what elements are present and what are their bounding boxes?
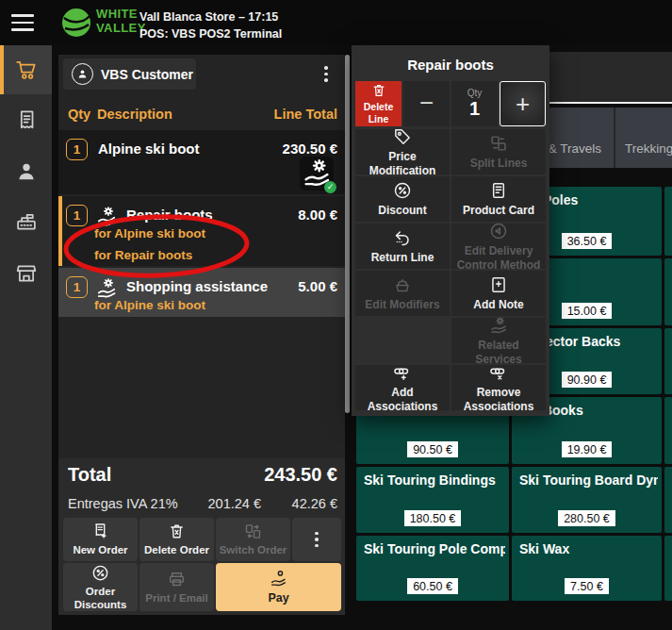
column-header-line-total: Line Total — [204, 107, 337, 122]
store-title: Vall Blanca Store – 17:15 — [139, 8, 282, 25]
product-price: 90.50 € — [356, 439, 509, 456]
order-line-1[interactable]: 1Alpine ski boot230.50 €✓ — [58, 130, 345, 194]
order-line-2[interactable]: 1Repair boots8.00 €for Alpine ski bootfo… — [58, 196, 345, 266]
switch-order-button[interactable]: Switch Order — [216, 518, 290, 561]
qty-increase-button[interactable]: + — [500, 81, 546, 126]
pos-terminal-label: POS: VBS POS2 Terminal — [139, 25, 282, 42]
product-name: Ski Wax — [519, 541, 658, 556]
related-service-chip[interactable]: ✓ — [300, 157, 334, 191]
sidebar-item-register[interactable] — [0, 198, 52, 247]
split-lines-icon — [488, 133, 509, 154]
discount-button[interactable]: Discount — [355, 176, 450, 222]
product-name: Ski Touring Bindings — [364, 472, 505, 488]
product-tile-ski-touring-board-dyn[interactable]: Ski Touring Board Dyn280.50 € — [512, 467, 662, 533]
sidebar-item-customer[interactable] — [0, 147, 52, 196]
product-tile-a[interactable]: A — [664, 187, 672, 256]
split-lines-button[interactable]: Split Lines — [451, 129, 546, 174]
product-tile-s[interactable]: S — [664, 397, 672, 464]
qty-value: 1 — [469, 98, 480, 120]
tax-label: Entregas IVA 21% — [68, 496, 178, 511]
cart-icon — [14, 58, 39, 82]
new-order-button[interactable]: New Order — [63, 518, 138, 561]
remove-associations-button[interactable]: Remove Associations — [451, 365, 546, 410]
store-info: Vall Blanca Store – 17:15 POS: VBS POS2 … — [139, 8, 282, 42]
product-tile-p[interactable]: P — [664, 258, 672, 325]
product-price: 280.50 € — [512, 508, 662, 525]
return-line-button[interactable]: Return Line — [355, 224, 450, 269]
line-total: 230.50 € — [283, 141, 337, 157]
add-link-icon — [392, 362, 413, 383]
tab-trekking[interactable]: Trekking & — [625, 141, 672, 156]
product-name: Ski Touring Pole Compact — [364, 541, 505, 556]
edit-delivery-control-method-button[interactable]: Edit Delivery Control Method — [451, 224, 546, 269]
sidebar-item-receipt[interactable] — [0, 96, 52, 145]
tax-amount-value: 42.26 € — [262, 496, 337, 511]
product-card-button[interactable]: Product Card — [451, 176, 546, 222]
action-label: Edit Delivery Control Method — [451, 244, 546, 272]
delete-line-button[interactable]: Delete Line — [355, 81, 402, 126]
product-price: 180.50 € — [356, 508, 509, 525]
modifiers-icon — [392, 274, 413, 295]
customer-button[interactable]: VBS Customer — [63, 58, 196, 90]
product-price: 19.90 € — [512, 439, 662, 456]
related-services-icon — [488, 315, 509, 336]
product-tile-ski-touring-pole-compact[interactable]: Ski Touring Pole Compact60.50 € — [356, 536, 509, 601]
product-tile-ski-wax[interactable]: Ski Wax7.50 € — [512, 536, 662, 601]
delete-line-label: Delete Line — [355, 101, 402, 124]
sidebar-item-store[interactable] — [0, 249, 52, 298]
line-total: 8.00 € — [298, 207, 337, 223]
total-value: 243.50 € — [204, 464, 337, 486]
add-note-button[interactable]: Add Note — [451, 271, 546, 316]
new-order-icon — [90, 522, 110, 541]
order-discounts-button[interactable]: Order Discounts — [63, 563, 138, 611]
product-card-icon — [488, 180, 509, 201]
product-tile-ski-touring-bindings[interactable]: Ski Touring Bindings180.50 € — [356, 467, 509, 533]
new-order-label: New Order — [73, 544, 127, 556]
pay-button[interactable]: Pay — [216, 563, 341, 611]
line-name: Alpine ski boot — [98, 141, 200, 157]
delete-order-button[interactable]: Delete Order — [139, 518, 214, 561]
order-actions-kebab-button[interactable] — [292, 518, 341, 561]
return-line-icon — [392, 227, 413, 248]
print-email-label: Print / Email — [145, 592, 207, 605]
action-label: Discount — [376, 204, 428, 217]
print-email-button[interactable]: Print / Email — [139, 563, 214, 611]
customer-button-label: VBS Customer — [101, 67, 193, 82]
kebab-icon — [315, 532, 319, 548]
related-services-button[interactable]: Related Services — [451, 318, 546, 363]
order-kebab-menu-icon[interactable] — [324, 66, 328, 82]
action-label: Product Card — [461, 204, 536, 217]
add-note-icon — [488, 274, 509, 295]
order-line-3[interactable]: 1Shopping assistance5.00 €for Alpine ski… — [58, 268, 345, 317]
sidebar-item-cart[interactable] — [0, 45, 52, 94]
hamburger-menu-icon[interactable] — [11, 14, 34, 31]
qty-badge: 1 — [66, 205, 88, 226]
delivery-control-icon — [488, 221, 509, 241]
logo-line1: WHITE — [96, 8, 146, 22]
register-icon — [14, 210, 39, 235]
product-tile-p[interactable]: P — [664, 328, 672, 394]
pay-icon — [269, 569, 288, 589]
receipt-icon — [14, 108, 39, 133]
pay-label: Pay — [268, 591, 288, 605]
popup-title: Repair boots — [352, 57, 549, 73]
edit-modifiers-button[interactable]: Edit Modifiers — [355, 271, 450, 316]
product-price: 7.50 € — [512, 576, 662, 593]
sidebar-nav — [0, 45, 52, 630]
store-icon — [14, 261, 39, 286]
order-discounts-icon — [90, 563, 110, 583]
product-price: 60.50 € — [356, 576, 509, 593]
discount-badge-icon — [392, 180, 413, 201]
add-associations-button[interactable]: Add Associations — [355, 365, 450, 410]
qty-decrease-button[interactable]: − — [403, 81, 450, 126]
trash-x-icon — [370, 82, 387, 99]
association-line: for Alpine ski boot — [94, 294, 205, 316]
price-modification-button[interactable]: Price Modification — [355, 129, 450, 174]
remove-link-icon — [488, 362, 509, 383]
qty-badge: 1 — [66, 276, 88, 298]
action-label: Add Associations — [355, 386, 450, 413]
print-icon — [167, 570, 187, 589]
order-list-scrollbar[interactable] — [345, 55, 350, 413]
product-tile-s[interactable]: S — [664, 536, 672, 601]
product-tile-s[interactable]: S — [664, 467, 672, 533]
